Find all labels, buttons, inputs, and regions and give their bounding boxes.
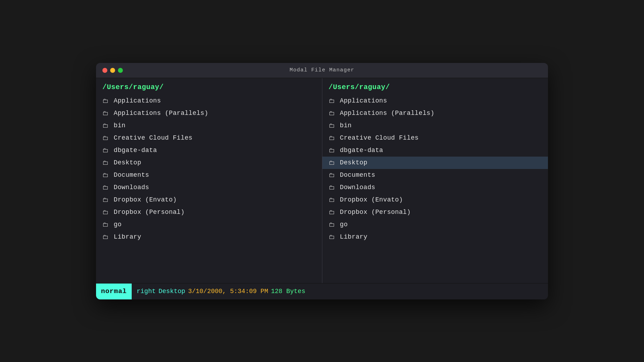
folder-icon: 🗀: [102, 122, 110, 129]
file-name: Library: [114, 233, 141, 240]
status-side: right: [137, 288, 156, 295]
folder-icon: 🗀: [329, 233, 336, 241]
traffic-lights: [102, 68, 123, 73]
folder-icon: 🗀: [102, 110, 110, 117]
left-pane[interactable]: /Users/raguay/ 🗀Applications🗀Application…: [96, 78, 322, 283]
status-info: right Desktop 3/10/2000, 5:34:09 PM 128 …: [132, 288, 310, 295]
dual-pane-container: /Users/raguay/ 🗀Applications🗀Application…: [96, 78, 548, 283]
left-file-item[interactable]: 🗀Applications: [96, 95, 322, 107]
right-file-item[interactable]: 🗀bin: [322, 119, 548, 132]
file-name: Downloads: [114, 184, 149, 191]
right-file-item[interactable]: 🗀Applications: [322, 95, 548, 107]
file-name: Applications (Parallels): [340, 110, 435, 117]
left-file-item[interactable]: 🗀Library: [96, 231, 322, 243]
close-button[interactable]: [102, 68, 107, 73]
right-file-item[interactable]: 🗀Downloads: [322, 181, 548, 194]
status-date: 3/10/2000, 5:34:09 PM: [188, 288, 268, 295]
left-file-item[interactable]: 🗀Applications (Parallels): [96, 107, 322, 119]
file-name: Dropbox (Personal): [340, 209, 411, 216]
left-file-item[interactable]: 🗀Dropbox (Envato): [96, 194, 322, 206]
right-pane-path: /Users/raguay/: [322, 78, 548, 95]
right-file-item[interactable]: 🗀Desktop: [322, 157, 548, 169]
folder-icon: 🗀: [329, 196, 336, 204]
file-name: Applications (Parallels): [114, 110, 208, 117]
right-file-item[interactable]: 🗀go: [322, 218, 548, 231]
folder-icon: 🗀: [102, 134, 110, 142]
left-pane-path: /Users/raguay/: [96, 78, 322, 95]
status-size: 128 Bytes: [271, 288, 305, 295]
left-file-item[interactable]: 🗀Downloads: [96, 181, 322, 194]
folder-icon: 🗀: [329, 171, 336, 179]
folder-icon: 🗀: [329, 184, 336, 191]
status-selected-name: Desktop: [159, 288, 185, 295]
window-title: Modal File Manager: [290, 67, 354, 73]
maximize-button[interactable]: [118, 68, 123, 73]
folder-icon: 🗀: [329, 134, 336, 142]
file-name: Creative Cloud Files: [114, 134, 192, 141]
right-file-item[interactable]: 🗀Documents: [322, 169, 548, 181]
minimize-button[interactable]: [110, 68, 115, 73]
title-bar: Modal File Manager: [96, 63, 548, 78]
folder-icon: 🗀: [102, 209, 110, 216]
file-name: Dropbox (Personal): [114, 209, 185, 216]
folder-icon: 🗀: [329, 122, 336, 129]
file-name: Desktop: [114, 159, 141, 166]
folder-icon: 🗀: [329, 147, 336, 154]
file-name: Applications: [114, 97, 161, 104]
left-file-item[interactable]: 🗀bin: [96, 119, 322, 132]
folder-icon: 🗀: [102, 171, 110, 179]
left-file-item[interactable]: 🗀dbgate-data: [96, 144, 322, 157]
left-file-item[interactable]: 🗀Documents: [96, 169, 322, 181]
file-name: Library: [340, 233, 368, 240]
file-name: Dropbox (Envato): [114, 196, 177, 203]
file-name: Applications: [340, 97, 387, 104]
left-file-item[interactable]: 🗀Creative Cloud Files: [96, 132, 322, 144]
file-name: Documents: [114, 171, 149, 179]
right-file-item[interactable]: 🗀Dropbox (Personal): [322, 206, 548, 218]
file-name: Documents: [340, 171, 375, 179]
file-name: bin: [114, 122, 126, 129]
folder-icon: 🗀: [102, 196, 110, 204]
status-mode: normal: [96, 284, 132, 299]
folder-icon: 🗀: [102, 233, 110, 241]
status-bar: normal right Desktop 3/10/2000, 5:34:09 …: [96, 283, 548, 299]
right-file-list: 🗀Applications🗀Applications (Parallels)🗀b…: [322, 95, 548, 243]
left-file-list: 🗀Applications🗀Applications (Parallels)🗀b…: [96, 95, 322, 243]
right-file-item[interactable]: 🗀Library: [322, 231, 548, 243]
left-file-item[interactable]: 🗀Desktop: [96, 157, 322, 169]
left-file-item[interactable]: 🗀Dropbox (Personal): [96, 206, 322, 218]
folder-icon: 🗀: [329, 110, 336, 117]
right-file-item[interactable]: 🗀Applications (Parallels): [322, 107, 548, 119]
app-window: Modal File Manager /Users/raguay/ 🗀Appli…: [96, 63, 548, 299]
file-name: go: [114, 221, 121, 228]
file-name: bin: [340, 122, 352, 129]
file-name: Dropbox (Envato): [340, 196, 403, 203]
file-name: Creative Cloud Files: [340, 134, 419, 141]
folder-icon: 🗀: [329, 221, 336, 228]
folder-icon: 🗀: [102, 184, 110, 191]
file-name: Downloads: [340, 184, 375, 191]
right-file-item[interactable]: 🗀Creative Cloud Files: [322, 132, 548, 144]
folder-icon: 🗀: [102, 159, 110, 167]
file-name: go: [340, 221, 348, 228]
folder-icon: 🗀: [102, 97, 110, 105]
file-name: dbgate-data: [114, 147, 157, 154]
file-name: Desktop: [340, 159, 368, 166]
folder-icon: 🗀: [329, 97, 336, 105]
folder-icon: 🗀: [102, 147, 110, 154]
left-file-item[interactable]: 🗀go: [96, 218, 322, 231]
folder-icon: 🗀: [329, 159, 336, 167]
right-file-item[interactable]: 🗀dbgate-data: [322, 144, 548, 157]
folder-icon: 🗀: [329, 209, 336, 216]
right-file-item[interactable]: 🗀Dropbox (Envato): [322, 194, 548, 206]
folder-icon: 🗀: [102, 221, 110, 228]
file-name: dbgate-data: [340, 147, 383, 154]
right-pane[interactable]: /Users/raguay/ 🗀Applications🗀Application…: [322, 78, 548, 283]
